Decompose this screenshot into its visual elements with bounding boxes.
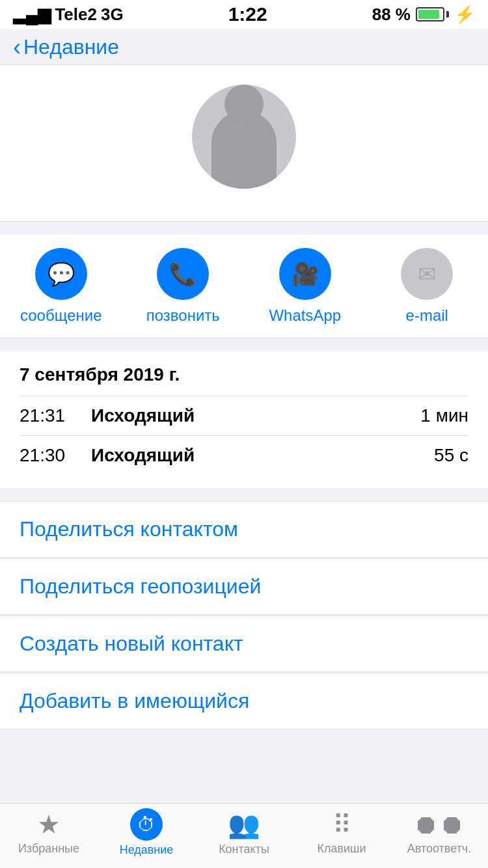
menu-section: Поделиться контактом Поделиться геопозиц… [0, 501, 488, 729]
call-time-1: 21:30 [20, 445, 91, 466]
menu-add-existing-label: Добавить в имеющийся [20, 689, 249, 712]
action-whatsapp-label: WhatsApp [269, 306, 341, 325]
status-battery: 88 % ⚡ [372, 5, 475, 25]
back-label: Недавние [23, 35, 119, 59]
call-time-0: 21:31 [20, 405, 91, 426]
status-bar: ▂▄▆ Tele2 3G 1:22 88 % ⚡ [0, 0, 488, 29]
actions-section: 💬 сообщение 📞 позвонить 🎥 WhatsApp ✉ e-m… [0, 235, 488, 338]
tab-contacts-label: Контакты [219, 843, 269, 856]
back-button[interactable]: ‹ Недавние [13, 35, 475, 59]
menu-create-contact[interactable]: Создать новый контакт [0, 616, 488, 672]
avatar-figure [211, 111, 277, 189]
call-row-1[interactable]: 21:30 Исходящий 55 с [20, 435, 468, 475]
tab-bar: ★ Избранные ⏱ Недавние 👥 Контакты ⠿ Клав… [0, 803, 488, 868]
tab-favorites-label: Избранные [18, 842, 79, 856]
menu-share-contact-label: Поделиться контактом [20, 517, 238, 541]
call-row-0[interactable]: 21:31 Исходящий 1 мин [20, 396, 468, 435]
action-message-label: сообщение [20, 306, 102, 325]
whatsapp-icon: 🎥 [291, 261, 319, 287]
contacts-icon: 👥 [228, 809, 260, 840]
avatar [192, 85, 296, 189]
name-section [0, 202, 488, 222]
action-call[interactable]: 📞 позвонить [137, 248, 228, 325]
menu-add-existing[interactable]: Добавить в имеющийся [0, 673, 488, 729]
avatar-section [0, 65, 488, 202]
status-carrier: ▂▄▆ Tele2 3G [13, 5, 124, 25]
carrier-label: Tele2 [55, 5, 97, 25]
call-log-section: 7 сентября 2019 г. 21:31 Исходящий 1 мин… [0, 351, 488, 488]
action-email[interactable]: ✉ e-mail [381, 248, 472, 325]
call-duration-0: 1 мин [420, 405, 468, 426]
divider-1 [0, 222, 488, 235]
signal-icon: ▂▄▆ [13, 5, 51, 25]
tab-favorites[interactable]: ★ Избранные [0, 809, 98, 856]
message-icon: 💬 [47, 261, 75, 287]
tab-keypad-label: Клавиши [317, 842, 366, 856]
tab-voicemail[interactable]: ⏺⏺ Автоответч. [390, 810, 488, 856]
battery-icon [416, 7, 449, 21]
call-duration-1: 55 с [434, 445, 468, 466]
avatar-head [224, 85, 264, 124]
nav-bar: ‹ Недавние [0, 29, 488, 65]
menu-share-location[interactable]: Поделиться геопозицией [0, 558, 488, 615]
action-email-label: e-mail [406, 306, 448, 325]
tab-voicemail-label: Автоответч. [407, 842, 471, 856]
action-call-circle: 📞 [157, 248, 209, 300]
network-label: 3G [101, 5, 124, 25]
tab-keypad[interactable]: ⠿ Клавиши [293, 809, 390, 856]
battery-percent: 88 % [372, 5, 411, 25]
email-icon: ✉ [418, 261, 436, 287]
action-email-circle: ✉ [401, 248, 453, 300]
voicemail-icon: ⏺⏺ [413, 810, 465, 839]
keypad-icon: ⠿ [332, 809, 351, 839]
tab-recents[interactable]: ⏱ Недавние [98, 808, 195, 857]
action-message-circle: 💬 [35, 248, 87, 300]
menu-create-contact-label: Создать новый контакт [20, 632, 243, 655]
charging-icon: ⚡ [454, 5, 475, 25]
favorites-icon: ★ [37, 809, 61, 839]
menu-share-contact[interactable]: Поделиться контактом [0, 501, 488, 558]
call-type-0: Исходящий [91, 405, 420, 426]
action-whatsapp[interactable]: 🎥 WhatsApp [260, 248, 351, 325]
status-time: 1:22 [228, 3, 267, 25]
call-type-1: Исходящий [91, 445, 434, 466]
action-whatsapp-circle: 🎥 [279, 248, 331, 300]
action-message[interactable]: 💬 сообщение [16, 248, 107, 325]
recents-icon: ⏱ [130, 808, 163, 841]
menu-share-location-label: Поделиться геопозицией [20, 575, 261, 598]
tab-contacts[interactable]: 👥 Контакты [195, 809, 293, 856]
action-call-label: позвонить [146, 306, 220, 325]
call-icon: 📞 [169, 261, 197, 287]
call-log-date: 7 сентября 2019 г. [20, 364, 468, 385]
back-chevron-icon: ‹ [13, 36, 21, 59]
tab-recents-label: Недавние [120, 843, 174, 857]
